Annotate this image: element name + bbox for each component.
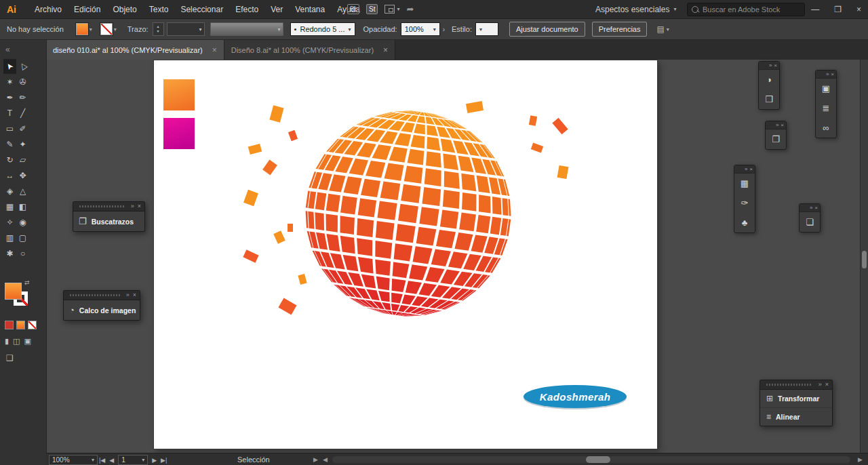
document-tab-1[interactable]: diseño 010.ai* al 100% (CMYK/Previsualiz… xyxy=(46,40,224,60)
color-panel-button[interactable]: ◑ xyxy=(759,70,779,89)
perspective-grid-tool[interactable]: △ xyxy=(16,184,29,199)
chevron-down-icon[interactable]: ▾ xyxy=(114,26,117,33)
draw-behind-mode[interactable]: ◫ xyxy=(13,337,20,346)
zoom-level-select[interactable]: 100% ▾ xyxy=(49,455,98,465)
confetti-piece[interactable] xyxy=(552,118,568,135)
expand-panel-icon[interactable]: » xyxy=(745,165,747,173)
swatch-libraries-panel-button[interactable]: ▦ xyxy=(734,174,755,193)
menu-efecto[interactable]: Efecto xyxy=(229,5,264,14)
magenta-square[interactable] xyxy=(163,118,195,149)
blend-tool[interactable]: ◉ xyxy=(16,215,29,230)
orange-gradient-square[interactable] xyxy=(163,79,195,110)
scroll-left-arrow-icon[interactable]: ◀ xyxy=(323,456,328,463)
close-icon[interactable]: × xyxy=(814,204,818,211)
kadoshmerah-logo[interactable]: Kadoshmerah xyxy=(524,385,627,408)
artboard-number-select[interactable]: 1 ▾ xyxy=(118,455,148,465)
close-icon[interactable]: × xyxy=(825,380,829,389)
opacity-input[interactable]: 100% ▾ xyxy=(401,22,440,36)
stroke-color-swatch[interactable] xyxy=(100,23,113,35)
horizontal-scrollbar[interactable] xyxy=(332,456,850,463)
confetti-piece[interactable] xyxy=(531,143,543,153)
panel-header[interactable]: » × xyxy=(760,380,832,390)
stroke-weight-select[interactable]: ▾ xyxy=(167,22,205,36)
brushes-panel-button[interactable]: ✑ xyxy=(734,193,755,213)
hand-tool[interactable]: ✱ xyxy=(3,246,16,261)
expand-panel-icon[interactable]: » xyxy=(818,380,822,389)
free-transform-tool[interactable]: ▱ xyxy=(16,153,29,167)
confetti-piece[interactable] xyxy=(288,224,293,232)
confetti-piece[interactable] xyxy=(288,130,298,142)
chevron-down-icon[interactable]: ▾ xyxy=(90,26,92,33)
close-button[interactable]: × xyxy=(856,5,861,14)
workspace-switcher[interactable]: Aspectos esenciales ▾ xyxy=(595,5,676,14)
artboard-tool[interactable]: ▢ xyxy=(16,230,29,245)
selection-tool[interactable]: ➤ xyxy=(3,59,16,74)
pen-tool[interactable]: ✒ xyxy=(3,90,16,105)
stroke-weight-stepper[interactable]: ▴▾ xyxy=(153,22,164,36)
vertical-scroll-handle[interactable] xyxy=(862,251,867,268)
artboard[interactable]: Kadoshmerah xyxy=(154,60,657,449)
magic-wand-tool[interactable]: ✶ xyxy=(3,75,16,89)
shape-builder-tool[interactable]: ◈ xyxy=(3,184,16,199)
gradient-chip[interactable] xyxy=(16,321,25,329)
collapse-tools-icon[interactable]: « xyxy=(0,40,46,59)
fit-document-button[interactable]: Ajustar documento xyxy=(509,22,585,37)
expand-panel-icon[interactable]: » xyxy=(126,291,130,300)
confetti-piece[interactable] xyxy=(298,274,307,285)
first-artboard-button[interactable]: |◀ xyxy=(99,457,105,464)
app-logo[interactable]: Ai xyxy=(7,4,16,15)
restore-button[interactable]: ❐ xyxy=(834,5,842,14)
column-graph-tool[interactable]: ▥ xyxy=(3,230,16,245)
width-profile-select[interactable]: ▾ xyxy=(210,22,283,36)
none-chip[interactable] xyxy=(28,321,37,329)
document-tab-2[interactable]: Diseño 8.ai* al 100% (CMYK/Previsualizar… xyxy=(224,40,395,60)
confetti-piece[interactable] xyxy=(262,160,277,176)
artboards-panel-button[interactable]: ▣ xyxy=(816,79,836,98)
align-panel-row[interactable]: ≡Alinear xyxy=(760,408,832,426)
swap-fill-stroke-icon[interactable]: ⇄ xyxy=(24,279,30,286)
menu-seleccionar[interactable]: Seleccionar xyxy=(174,5,229,14)
draw-normal-mode[interactable]: ▮ xyxy=(5,337,9,346)
panel-header[interactable]: » × xyxy=(73,202,144,211)
close-icon[interactable]: × xyxy=(831,70,834,78)
stock-button[interactable]: St xyxy=(366,4,378,14)
close-icon[interactable]: × xyxy=(781,121,784,129)
swatches-panel-button[interactable]: ❒ xyxy=(759,89,779,109)
confetti-piece[interactable] xyxy=(529,115,537,126)
lasso-tool[interactable]: ✇ xyxy=(16,75,29,89)
confetti-piece[interactable] xyxy=(466,101,484,113)
width-tool[interactable]: ↔ xyxy=(3,168,16,183)
screen-mode-icon[interactable]: ❑ xyxy=(6,353,14,363)
stock-search-input[interactable]: Buscar en Adobe Stock xyxy=(687,3,805,16)
horizontal-scroll-handle[interactable] xyxy=(586,456,610,463)
appearance-panel-button[interactable]: ≣ xyxy=(816,98,836,118)
menu-objeto[interactable]: Objeto xyxy=(106,5,142,14)
expand-panel-icon[interactable]: » xyxy=(776,121,778,129)
tab-close-icon[interactable]: × xyxy=(212,45,217,55)
line-segment-tool[interactable]: ╱ xyxy=(16,106,29,121)
menu-archivo[interactable]: Archivo xyxy=(28,5,68,14)
tab-close-icon[interactable]: × xyxy=(383,45,388,55)
puppet-warp-tool[interactable]: ✥ xyxy=(16,168,29,183)
menu-ventana[interactable]: Ventana xyxy=(289,5,331,14)
confetti-piece[interactable] xyxy=(243,190,258,206)
close-icon[interactable]: × xyxy=(133,291,136,300)
eyedropper-tool[interactable]: ✧ xyxy=(3,215,16,230)
vertical-scrollbar[interactable] xyxy=(860,60,868,453)
links-panel-button[interactable]: ∞ xyxy=(816,118,836,138)
close-icon[interactable]: × xyxy=(749,165,753,173)
symbols-panel-button[interactable]: ♣ xyxy=(734,213,755,232)
expand-panel-icon[interactable]: » xyxy=(769,62,772,69)
pathfinder-panel-button[interactable]: ❐ xyxy=(766,129,786,149)
direct-selection-tool[interactable]: ▷ xyxy=(16,59,29,74)
shaper-tool[interactable]: ✦ xyxy=(16,137,29,152)
type-tool[interactable]: T xyxy=(3,106,16,121)
confetti-piece[interactable] xyxy=(269,105,283,122)
fill-indicator[interactable] xyxy=(5,283,22,300)
opacity-panel-chevron-icon[interactable]: › xyxy=(443,26,445,33)
disco-ball[interactable] xyxy=(292,98,524,329)
paintbrush-tool[interactable]: ✐ xyxy=(16,121,29,136)
scroll-right-arrow-icon[interactable]: ▶ xyxy=(858,456,863,463)
color-chip[interactable] xyxy=(5,321,14,329)
status-bar-expand-icon[interactable]: ▶ xyxy=(313,456,318,463)
